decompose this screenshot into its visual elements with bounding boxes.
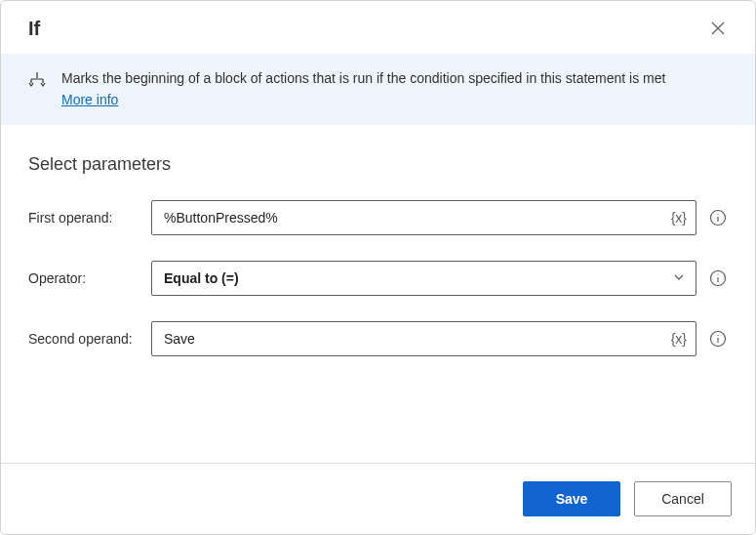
section-title: Select parameters xyxy=(28,154,728,175)
svg-point-3 xyxy=(717,274,718,275)
svg-point-1 xyxy=(717,214,718,215)
operator-select-wrap xyxy=(151,261,696,296)
branch-icon xyxy=(28,71,46,92)
banner-description: Marks the beginning of a block of action… xyxy=(61,70,665,86)
second-operand-label: Second operand: xyxy=(28,331,151,347)
info-icon xyxy=(709,269,727,287)
second-operand-info-button[interactable] xyxy=(708,329,728,349)
dialog-body: Select parameters First operand: {x} Ope… xyxy=(1,125,755,463)
dialog-footer: Save Cancel xyxy=(1,463,755,534)
svg-point-5 xyxy=(717,335,718,336)
operator-row: Operator: xyxy=(28,261,728,296)
dialog-header: If xyxy=(1,1,755,54)
cancel-button[interactable]: Cancel xyxy=(634,481,732,516)
first-operand-input[interactable] xyxy=(151,200,696,235)
info-banner: Marks the beginning of a block of action… xyxy=(1,54,755,125)
first-operand-label: First operand: xyxy=(28,210,151,226)
save-button[interactable]: Save xyxy=(523,481,620,516)
close-icon xyxy=(711,21,725,35)
if-action-dialog: If Marks the beginning of a block of act… xyxy=(0,0,756,535)
second-operand-input[interactable] xyxy=(151,321,696,356)
info-icon xyxy=(709,209,727,226)
close-button[interactable] xyxy=(704,15,732,42)
operator-label: Operator: xyxy=(28,270,151,286)
banner-text: Marks the beginning of a block of action… xyxy=(61,69,728,109)
dialog-title: If xyxy=(28,18,40,40)
second-operand-input-wrap: {x} xyxy=(151,321,696,356)
operator-info-button[interactable] xyxy=(708,268,728,288)
first-operand-row: First operand: {x} xyxy=(28,200,728,235)
first-operand-info-button[interactable] xyxy=(708,208,728,227)
second-operand-row: Second operand: {x} xyxy=(28,321,728,356)
first-operand-input-wrap: {x} xyxy=(151,200,696,235)
operator-select[interactable] xyxy=(151,261,696,296)
more-info-link[interactable]: More info xyxy=(61,91,118,110)
info-icon xyxy=(709,330,727,348)
